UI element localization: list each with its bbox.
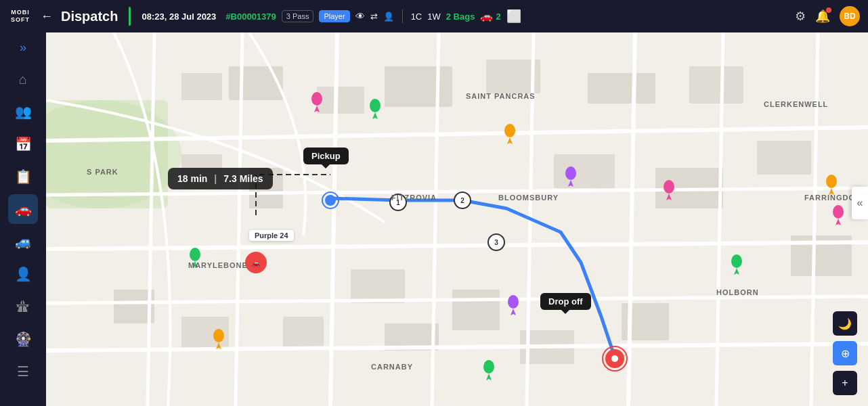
svg-point-47 (611, 355, 618, 362)
stat-1w: 1W (427, 12, 441, 22)
pass-badge[interactable]: 3 Pass (282, 10, 314, 22)
svg-text:1: 1 (396, 199, 400, 206)
sidebar-item-team[interactable]: 👥 (8, 97, 38, 127)
transfer-icon[interactable]: ⇄ (370, 12, 378, 22)
person-icon[interactable]: 👤 (383, 12, 394, 22)
svg-point-64 (826, 175, 837, 188)
svg-rect-8 (588, 73, 655, 104)
stat-bags: 2 Bags (446, 12, 475, 22)
svg-rect-13 (452, 290, 500, 330)
svg-point-68 (565, 166, 576, 180)
map-controls: 🌙 ⊕ + (833, 311, 857, 395)
sidebar-item-home[interactable]: ⌂ (8, 64, 38, 94)
separator (402, 9, 403, 23)
booking-id: #B00001379 (225, 12, 276, 22)
route-divider: | (214, 173, 217, 184)
svg-point-50 (311, 92, 322, 106)
box-icon[interactable]: ⬜ (506, 9, 521, 24)
svg-point-54 (833, 205, 844, 219)
purple24-label: Purple 24 (249, 230, 294, 241)
svg-rect-16 (757, 141, 811, 175)
user-avatar[interactable]: BD (840, 6, 860, 26)
svg-point-37 (325, 195, 336, 206)
sidebar-item-wheel[interactable]: 🎡 (8, 324, 38, 354)
action-icons: ⚙ 🔔 BD (795, 6, 860, 26)
svg-rect-9 (689, 66, 743, 104)
svg-rect-12 (351, 269, 405, 303)
sidebar-expand-button[interactable]: » (20, 41, 26, 55)
svg-point-72 (190, 248, 200, 261)
sidebar-item-car[interactable]: 🚗 (8, 194, 38, 224)
time-display: 08:23, 28 Jul 2023 (142, 12, 216, 22)
sidebar-item-routing[interactable]: 🛣 (8, 292, 38, 321)
svg-rect-3 (181, 73, 222, 100)
back-button[interactable]: ← (41, 9, 53, 24)
map-container[interactable]: 1 2 3 🚗 (46, 32, 868, 406)
stat-1c: 1C (411, 12, 422, 22)
eye-icon[interactable]: 👁 (355, 11, 365, 22)
dark-mode-button[interactable]: 🌙 (833, 311, 857, 336)
route-distance: 7.3 Miles (223, 173, 263, 184)
svg-text:3: 3 (494, 239, 498, 246)
svg-rect-18 (283, 317, 324, 351)
page-title: Dispatch (61, 9, 118, 24)
route-info: 18 min | 7.3 Miles (168, 168, 273, 189)
svg-text:2: 2 (460, 197, 464, 204)
svg-rect-5 (317, 87, 364, 114)
svg-rect-4 (229, 66, 283, 100)
locate-button[interactable]: ⊕ (833, 341, 857, 365)
svg-rect-14 (554, 154, 615, 188)
sidebar-item-person[interactable]: 👤 (8, 259, 38, 289)
sidebar-item-dispatch[interactable]: 📋 (8, 162, 38, 191)
svg-point-62 (504, 124, 515, 137)
dropoff-label: Drop off (540, 293, 591, 310)
settings-icon[interactable]: ⚙ (795, 9, 806, 24)
sidebar-item-car2[interactable]: 🚙 (8, 227, 38, 256)
map-svg: 1 2 3 🚗 (46, 32, 868, 406)
logo: MOBI SOFT (8, 4, 32, 28)
svg-point-66 (213, 329, 224, 342)
svg-text:🚗: 🚗 (251, 258, 261, 267)
right-collapse-button[interactable]: « (852, 187, 868, 219)
zoom-in-button[interactable]: + (833, 371, 857, 395)
svg-point-60 (483, 360, 494, 374)
svg-point-58 (731, 254, 742, 268)
svg-point-52 (664, 180, 674, 194)
map-background: 1 2 3 🚗 (46, 32, 868, 406)
svg-rect-2 (46, 100, 168, 208)
player-badge[interactable]: Player (319, 10, 349, 22)
pickup-label: Pickup (303, 148, 349, 164)
route-duration: 18 min (177, 173, 207, 184)
logo-text: MOBI SOFT (8, 9, 32, 24)
sidebar-item-calendar[interactable]: 📅 (8, 129, 38, 159)
notification-dot (826, 7, 831, 13)
topbar: MOBI SOFT ← Dispatch 08:23, 28 Jul 2023 … (0, 0, 868, 32)
svg-point-56 (370, 99, 381, 112)
stat-cars: 🚗 2 (480, 10, 500, 22)
notification-icon[interactable]: 🔔 (815, 9, 830, 24)
sidebar-item-menu[interactable]: ☰ (8, 357, 38, 386)
svg-rect-6 (385, 66, 452, 107)
svg-point-70 (508, 295, 519, 309)
green-bar (129, 7, 131, 26)
sidebar: » ⌂ 👥 📅 📋 🚗 🚙 👤 🛣 🎡 ☰ (0, 32, 46, 406)
